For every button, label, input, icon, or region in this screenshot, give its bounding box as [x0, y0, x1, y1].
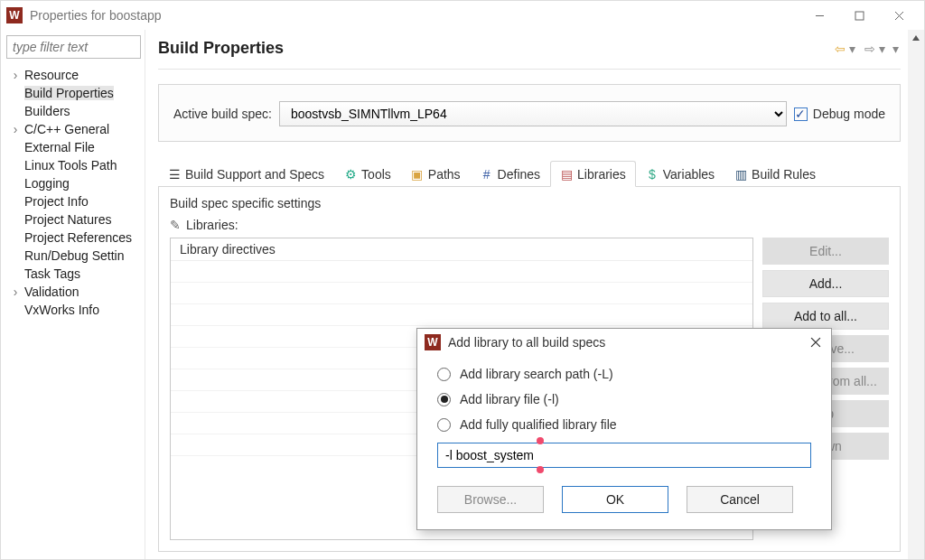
tabs: ☰Build Support and Specs ⚙Tools ▣Paths #… — [158, 160, 901, 187]
chevron-right-icon: › — [10, 68, 21, 82]
forward-button[interactable]: ⇨ — [863, 42, 877, 56]
sidebar-item-linux-tools-path[interactable]: Linux Tools Path — [6, 156, 141, 174]
sidebar-item-run-debug-settings[interactable]: Run/Debug Settin — [6, 247, 141, 265]
window-title: Properties for boostapp — [30, 8, 162, 23]
sidebar-item-logging[interactable]: Logging — [6, 174, 141, 192]
radio-icon — [437, 418, 451, 432]
sidebar-item-project-natures[interactable]: Project Natures — [6, 210, 141, 229]
dialog-titlebar: W Add library to all build specs — [417, 329, 831, 354]
tab-build-support[interactable]: ☰Build Support and Specs — [158, 161, 334, 187]
sidebar-item-vxworks-info[interactable]: VxWorks Info — [6, 301, 141, 319]
forward-menu-icon[interactable]: ▾ — [877, 42, 887, 56]
sidebar-item-task-tags[interactable]: Task Tags — [6, 265, 141, 283]
properties-window: W Properties for boostapp ›Resource Buil… — [0, 0, 925, 560]
list-header: Library directives — [171, 238, 752, 261]
dollar-icon: $ — [646, 168, 659, 181]
radio-add-search-path[interactable]: Add library search path (-L) — [437, 367, 811, 381]
pencil-icon: ✎ — [170, 218, 181, 232]
page-title: Build Properties — [158, 39, 833, 58]
close-button[interactable] — [879, 3, 919, 28]
gear-group-icon: ☰ — [168, 168, 181, 181]
app-logo-icon: W — [425, 334, 441, 350]
chevron-right-icon: › — [10, 285, 21, 299]
dialog-close-button[interactable] — [808, 334, 824, 350]
bars-icon: ▥ — [734, 168, 747, 181]
sidebar: ›Resource Build Properties Builders ›C/C… — [1, 30, 145, 559]
debug-mode-checkbox[interactable]: ✓ Debug mode — [794, 107, 885, 121]
app-logo-icon: W — [6, 7, 23, 23]
radio-add-library-file[interactable]: Add library file (-l) — [437, 392, 811, 406]
radio-icon — [437, 368, 451, 381]
ok-button[interactable]: OK — [562, 486, 668, 513]
radio-selected-icon — [437, 393, 451, 406]
maximize-button[interactable] — [839, 3, 879, 28]
caret-handle-icon — [537, 437, 544, 444]
minimize-button[interactable] — [799, 3, 839, 28]
filter-input[interactable] — [6, 35, 141, 59]
sidebar-item-build-properties[interactable]: Build Properties — [6, 84, 141, 102]
sidebar-item-project-references[interactable]: Project References — [6, 229, 141, 247]
libraries-label-row: ✎ Libraries: — [170, 218, 889, 232]
tab-build-rules[interactable]: ▥Build Rules — [724, 161, 826, 187]
sidebar-item-validation[interactable]: ›Validation — [6, 283, 141, 301]
divider — [158, 69, 901, 70]
active-spec-label: Active build spec: — [173, 107, 272, 121]
active-spec-select[interactable]: boostvsb_SIMNTllvm_LP64 — [279, 101, 787, 126]
list-row[interactable] — [171, 304, 752, 326]
extra-menu-icon[interactable]: ▾ — [891, 42, 901, 56]
titlebar: W Properties for boostapp — [1, 1, 924, 30]
list-row[interactable] — [171, 261, 752, 283]
history-nav: ⇦ ▾ ⇨ ▾ ▾ — [833, 42, 901, 56]
book-icon: ▤ — [560, 168, 573, 181]
caret-handle-icon — [537, 466, 544, 473]
sidebar-item-external-file[interactable]: External File — [6, 138, 141, 156]
add-library-dialog: W Add library to all build specs Add lib… — [416, 328, 832, 530]
chevron-right-icon: › — [10, 122, 21, 136]
library-value-input[interactable] — [437, 443, 811, 468]
sidebar-item-c-cpp-general[interactable]: ›C/C++ General — [6, 120, 141, 138]
settings-subheader: Build spec specific settings — [170, 196, 889, 210]
browse-button[interactable]: Browse... — [437, 486, 544, 513]
radio-add-fully-qualified[interactable]: Add fully qualified library file — [437, 417, 811, 432]
edit-button[interactable]: Edit... — [762, 238, 889, 265]
tab-defines[interactable]: #Defines — [471, 161, 550, 187]
hash-icon: # — [481, 168, 493, 181]
plug-icon: ⚙ — [344, 168, 357, 181]
svg-rect-0 — [855, 12, 864, 20]
tab-tools[interactable]: ⚙Tools — [334, 161, 401, 187]
active-spec-panel: Active build spec: boostvsb_SIMNTllvm_LP… — [158, 84, 901, 142]
tab-variables[interactable]: $Variables — [636, 161, 724, 187]
back-button[interactable]: ⇦ — [833, 42, 847, 56]
sidebar-item-project-info[interactable]: Project Info — [6, 192, 141, 210]
tab-libraries[interactable]: ▤Libraries — [550, 161, 636, 187]
back-menu-icon[interactable]: ▾ — [847, 42, 857, 56]
cancel-button[interactable]: Cancel — [687, 486, 793, 513]
content-pane: Build Properties ⇦ ▾ ⇨ ▾ ▾ Active build … — [145, 30, 908, 559]
dialog-title: Add library to all build specs — [448, 335, 808, 350]
sidebar-item-builders[interactable]: Builders — [6, 102, 141, 120]
libraries-label: Libraries: — [186, 218, 238, 232]
add-to-all-button[interactable]: Add to all... — [762, 303, 889, 330]
debug-mode-label: Debug mode — [813, 107, 885, 121]
checkbox-checked-icon: ✓ — [794, 107, 808, 121]
add-button[interactable]: Add... — [762, 270, 889, 297]
tab-paths[interactable]: ▣Paths — [401, 161, 471, 187]
list-row[interactable] — [171, 283, 752, 304]
folder-icon: ▣ — [411, 168, 424, 181]
sidebar-item-resource[interactable]: ›Resource — [6, 66, 141, 84]
vertical-scrollbar[interactable] — [908, 30, 924, 559]
